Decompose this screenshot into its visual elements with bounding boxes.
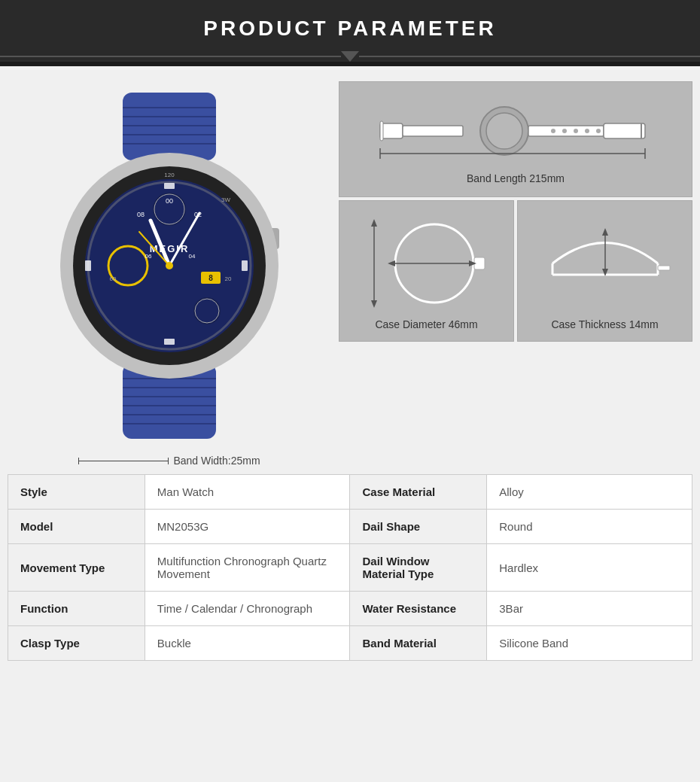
- spec-key-2-3: Water Resistance: [350, 592, 487, 626]
- svg-text:08: 08: [137, 211, 145, 218]
- spec-key-2-2: Dail Window Material Type: [350, 544, 487, 592]
- table-row: FunctionTime / Calendar / ChronographWat…: [8, 592, 692, 626]
- table-row: Movement TypeMultifunction Chronograph Q…: [8, 544, 692, 592]
- table-row: StyleMan WatchCase MaterialAlloy: [8, 475, 692, 510]
- spec-key-2-0: Case Material: [350, 475, 487, 510]
- watch-section: MEGIR 8 00 08 02 06 04 120: [8, 81, 331, 467]
- band-length-svg: [373, 97, 659, 165]
- diagram-bottom-row: Case Diameter 46mm: [339, 200, 692, 342]
- specs-table-wrapper: StyleMan WatchCase MaterialAlloyModelMN2…: [0, 474, 700, 668]
- svg-rect-28: [164, 183, 175, 189]
- band-width-line: [78, 461, 169, 461]
- svg-marker-78: [602, 228, 608, 236]
- band-width-text: Band Width:25mm: [173, 455, 260, 467]
- svg-rect-52: [403, 126, 463, 136]
- spec-key-1-0: Style: [8, 475, 145, 510]
- spec-key-2-4: Band Material: [350, 626, 487, 661]
- spec-val-2-2: Hardlex: [487, 544, 692, 592]
- watch-svg: MEGIR 8 00 08 02 06 04 120: [34, 85, 305, 446]
- spec-key-1-4: Clasp Type: [8, 626, 145, 661]
- diagram-band-length: Band Length 215mm: [339, 81, 692, 197]
- svg-rect-29: [164, 339, 175, 345]
- band-width-label: Band Width:25mm: [78, 455, 260, 467]
- svg-text:60: 60: [110, 275, 117, 282]
- divider-arrow: [341, 51, 359, 62]
- case-diameter-svg: [352, 215, 502, 312]
- watch-image: MEGIR 8 00 08 02 06 04 120: [26, 81, 312, 450]
- svg-point-60: [596, 129, 601, 133]
- main-content: MEGIR 8 00 08 02 06 04 120: [0, 66, 700, 474]
- specs-table: StyleMan WatchCase MaterialAlloyModelMN2…: [8, 474, 692, 661]
- svg-text:120: 120: [164, 172, 175, 178]
- svg-rect-61: [604, 123, 645, 138]
- spec-val-1-1: MN2053G: [145, 510, 350, 544]
- svg-point-57: [562, 129, 567, 133]
- page-title: PRODUCT PARAMETER: [0, 17, 700, 41]
- svg-marker-67: [371, 219, 377, 227]
- svg-rect-80: [658, 266, 670, 270]
- svg-text:MEGIR: MEGIR: [150, 243, 190, 254]
- spec-val-2-4: Silicone Band: [487, 626, 692, 661]
- svg-point-58: [574, 129, 578, 133]
- svg-rect-30: [85, 260, 91, 271]
- svg-marker-68: [371, 300, 377, 308]
- case-thickness-label: Case Thickness 14mm: [551, 318, 658, 330]
- case-thickness-svg: [530, 215, 680, 312]
- svg-point-59: [585, 129, 589, 133]
- spec-key-1-2: Movement Type: [8, 544, 145, 592]
- header: PRODUCT PARAMETER: [0, 0, 700, 66]
- svg-text:00: 00: [166, 197, 173, 205]
- spec-val-1-0: Man Watch: [145, 475, 350, 510]
- case-diameter-label: Case Diameter 46mm: [375, 318, 477, 330]
- header-divider: [0, 51, 700, 62]
- diagram-case-thickness: Case Thickness 14mm: [517, 200, 692, 342]
- svg-rect-51: [380, 121, 383, 141]
- svg-point-56: [551, 129, 555, 133]
- svg-text:20: 20: [225, 275, 232, 282]
- svg-text:3W: 3W: [221, 196, 230, 203]
- svg-point-54: [486, 113, 522, 149]
- svg-text:04: 04: [189, 253, 196, 260]
- diagram-case-diameter: Case Diameter 46mm: [339, 200, 514, 342]
- spec-key-1-3: Function: [8, 592, 145, 626]
- divider-line-left: [0, 56, 341, 57]
- svg-point-49: [195, 299, 219, 323]
- spec-key-1-1: Model: [8, 510, 145, 544]
- spec-val-1-4: Buckle: [145, 626, 350, 661]
- spec-val-2-0: Alloy: [487, 475, 692, 510]
- svg-text:06: 06: [145, 253, 152, 260]
- table-row: Clasp TypeBuckleBand MaterialSilicone Ba…: [8, 626, 692, 661]
- spec-key-2-1: Dail Shape: [350, 510, 487, 544]
- divider-line-right: [359, 56, 700, 57]
- spec-val-2-3: 3Bar: [487, 592, 692, 626]
- band-length-label: Band Length 215mm: [467, 172, 565, 184]
- svg-rect-31: [242, 260, 248, 271]
- table-row: ModelMN2053GDail ShapeRound: [8, 510, 692, 544]
- svg-marker-72: [388, 260, 395, 266]
- specs-diagrams: Band Length 215mm: [339, 81, 692, 467]
- svg-point-43: [166, 262, 173, 269]
- spec-val-1-3: Time / Calendar / Chronograph: [145, 592, 350, 626]
- spec-val-2-1: Round: [487, 510, 692, 544]
- svg-text:8: 8: [208, 274, 213, 282]
- spec-val-1-2: Multifunction Chronograph Quartz Movemen…: [145, 544, 350, 592]
